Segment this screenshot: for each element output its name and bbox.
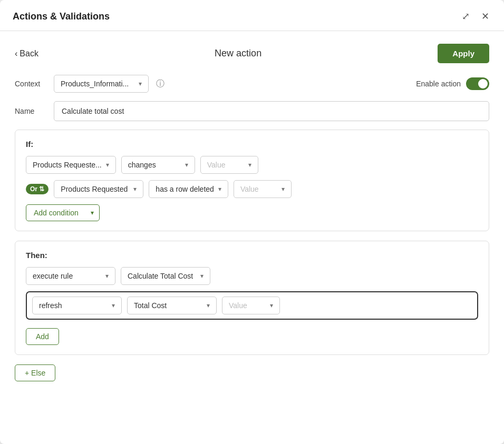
condition2-value: Value — [240, 185, 259, 193]
action1-target-chevron-icon: ▾ — [200, 272, 203, 280]
expand-button[interactable]: ⤢ — [460, 9, 472, 23]
expand-icon: ⤢ — [462, 11, 470, 22]
condition1-value-select[interactable]: Value ▾ — [200, 156, 258, 174]
condition2-operator-chevron-icon: ▾ — [218, 185, 221, 193]
or-badge[interactable]: Or ⇅ — [26, 184, 49, 194]
context-chevron-icon: ▾ — [139, 80, 142, 87]
action2-value: Value — [229, 301, 247, 310]
then-label: Then: — [26, 251, 478, 260]
apply-button[interactable]: Apply — [438, 44, 489, 63]
condition1-operator-value: changes — [128, 161, 156, 169]
condition2-operator-select[interactable]: has a row deleted ▾ — [149, 180, 228, 198]
action-title: New action — [215, 48, 261, 59]
action1-type-chevron-icon: ▾ — [105, 272, 109, 280]
condition2-field-chevron-icon: ▾ — [133, 185, 137, 193]
action1-target-value: Calculate Total Cost — [128, 272, 193, 280]
if-section: If: Products Requeste... ▾ changes ▾ Val… — [15, 130, 489, 231]
or-label: Or ⇅ — [30, 185, 44, 193]
action1-target-select[interactable]: Calculate Total Cost ▾ — [121, 267, 210, 285]
then-row-2-refresh: refresh ▾ Total Cost ▾ Value ▾ — [26, 291, 478, 320]
modal-header: Actions & Validations ⤢ ✕ — [0, 0, 504, 31]
then-row-1: execute rule ▾ Calculate Total Cost ▾ — [26, 267, 478, 285]
enable-action-row: Enable action — [416, 77, 489, 90]
condition1-operator-chevron-icon: ▾ — [185, 161, 188, 169]
close-button[interactable]: ✕ — [479, 9, 491, 23]
action2-value-select[interactable]: Value ▾ — [222, 297, 280, 314]
name-label: Name — [15, 107, 46, 115]
add-condition-label: Add condition — [34, 209, 85, 217]
action-bar: ‹ Back New action Apply — [15, 44, 489, 63]
enable-action-toggle[interactable] — [466, 77, 489, 90]
context-label: Context — [15, 80, 46, 88]
condition1-value-chevron-icon: ▾ — [248, 161, 251, 169]
info-icon[interactable]: ⓘ — [156, 78, 164, 90]
condition2-value-chevron-icon: ▾ — [282, 185, 285, 193]
context-value: Products_Informati... — [61, 80, 129, 88]
condition2-field-select[interactable]: Products Requested ▾ — [54, 180, 143, 198]
add-condition-button[interactable]: Add condition ▾ — [26, 204, 100, 221]
condition1-field-value: Products Requeste... — [33, 161, 102, 169]
add-button[interactable]: Add — [26, 328, 59, 345]
name-input[interactable] — [54, 101, 489, 121]
context-select[interactable]: Products_Informati... ▾ — [54, 75, 149, 93]
condition1-field-chevron-icon: ▾ — [106, 161, 109, 169]
condition1-value: Value — [207, 161, 226, 169]
condition2-field-value: Products Requested — [61, 185, 128, 193]
action1-type-select[interactable]: execute rule ▾ — [26, 267, 115, 285]
modal-header-icons: ⤢ ✕ — [460, 9, 491, 23]
action2-field-chevron-icon: ▾ — [207, 302, 210, 309]
action2-type-value: refresh — [39, 301, 62, 310]
back-button[interactable]: ‹ Back — [15, 49, 38, 58]
action2-value-chevron-icon: ▾ — [270, 302, 273, 309]
condition2-value-select[interactable]: Value ▾ — [234, 180, 292, 198]
action2-type-chevron-icon: ▾ — [112, 302, 115, 309]
modal-body: ‹ Back New action Apply Context Products… — [0, 31, 504, 444]
condition-row-1: Products Requeste... ▾ changes ▾ Value ▾ — [26, 156, 478, 174]
enable-action-label: Enable action — [416, 80, 461, 88]
back-chevron-icon: ‹ — [15, 49, 17, 58]
add-condition-row: Add condition ▾ — [26, 204, 478, 221]
close-icon: ✕ — [481, 11, 489, 22]
action2-field-value: Total Cost — [134, 301, 167, 310]
if-label: If: — [26, 140, 478, 149]
modal: Actions & Validations ⤢ ✕ ‹ Back New act… — [0, 0, 504, 444]
back-label: Back — [20, 49, 38, 58]
condition-row-2: Or ⇅ Products Requested ▾ has a row dele… — [26, 180, 478, 198]
context-row: Context Products_Informati... ▾ ⓘ Enable… — [15, 75, 489, 93]
condition1-field-select[interactable]: Products Requeste... ▾ — [26, 156, 116, 174]
condition2-operator-value: has a row deleted — [156, 185, 214, 193]
add-condition-chevron-icon: ▾ — [85, 209, 99, 216]
then-section: Then: execute rule ▾ Calculate Total Cos… — [15, 241, 489, 355]
modal-title: Actions & Validations — [13, 11, 110, 22]
else-button[interactable]: + Else — [15, 364, 55, 381]
action2-type-select[interactable]: refresh ▾ — [32, 297, 122, 314]
action2-field-select[interactable]: Total Cost ▾ — [127, 297, 217, 314]
condition1-operator-select[interactable]: changes ▾ — [121, 156, 195, 174]
action1-type-value: execute rule — [33, 272, 73, 280]
name-row: Name — [15, 101, 489, 121]
